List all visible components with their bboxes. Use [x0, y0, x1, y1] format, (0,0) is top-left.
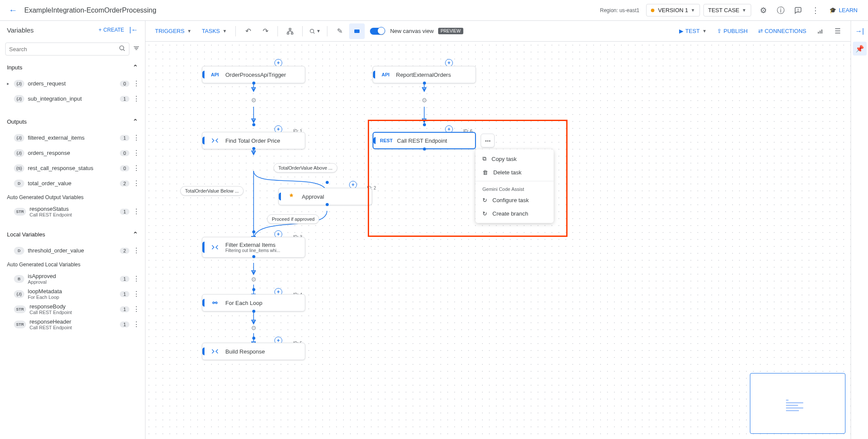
variable-row[interactable]: {J}orders_response0⋮ [0, 145, 145, 161]
gear-icon[interactable]: ⚙ [420, 96, 429, 105]
task-context-menu: ⧉Copy task 🗑Delete task Gemini Code Assi… [475, 149, 554, 223]
variable-row[interactable]: Dthreshold_order_value2⋮ [0, 243, 145, 258]
trigger-node[interactable]: API OrderProcessApiTrigger [202, 66, 305, 83]
task-node-loop[interactable]: For Each Loop [202, 294, 305, 311]
delete-task-menu-item[interactable]: 🗑Delete task [475, 166, 554, 179]
edge-label[interactable]: TotalOrderValue Above ... [274, 163, 337, 173]
copy-task-menu-item[interactable]: ⧉Copy task [475, 152, 554, 166]
edge-label[interactable]: Proceed if approved [267, 214, 319, 224]
back-button[interactable]: ← [5, 2, 21, 19]
edit-button[interactable]: ✎ [332, 23, 347, 39]
variable-row[interactable]: BisApprovedApproval1⋮ [0, 271, 145, 286]
variable-row[interactable]: STRresponseBodyCall REST Endpoint1⋮ [0, 301, 145, 317]
view-mode-button[interactable] [349, 23, 365, 39]
task-node-approval[interactable]: Approval [278, 188, 372, 205]
more-icon[interactable]: ⋮ [131, 303, 142, 315]
triggers-dropdown[interactable]: TRIGGERS▼ [151, 25, 196, 37]
publish-label: PUBLISH [723, 28, 748, 34]
more-icon[interactable]: ⋮ [131, 206, 142, 217]
list-icon[interactable]: ☰ [830, 23, 845, 39]
task-node-rest[interactable]: REST Call REST Endpoint [373, 132, 476, 149]
test-button[interactable]: ▶TEST▼ [675, 25, 711, 37]
more-menu-icon[interactable]: ⋮ [807, 2, 824, 19]
type-badge: STR [14, 305, 26, 313]
learn-button[interactable]: 🎓 LEARN [824, 7, 863, 13]
publish-button[interactable]: ⇧PUBLISH [713, 25, 752, 37]
connections-button[interactable]: ⇄CONNECTIONS [754, 25, 811, 37]
more-icon[interactable]: ⋮ [131, 177, 142, 189]
variable-row[interactable]: ▸ {J} orders_request 0 ⋮ [0, 76, 145, 91]
undo-button[interactable]: ↶ [240, 23, 256, 39]
local-section-header[interactable]: Local Variables ⌃ [0, 226, 145, 243]
collapse-sidebar-button[interactable]: |← [129, 26, 138, 34]
variable-name: threshold_order_value [28, 247, 120, 254]
search-icon[interactable] [119, 45, 125, 53]
analytics-icon[interactable] [812, 23, 828, 39]
count-badge: 1 [120, 291, 129, 297]
settings-icon[interactable]: ⚙ [755, 2, 772, 19]
more-icon[interactable]: ⋮ [131, 318, 142, 330]
node-more-button[interactable]: ⋯ [481, 134, 495, 147]
tasks-dropdown[interactable]: TASKS▼ [198, 25, 231, 37]
more-icon[interactable]: ⋮ [131, 273, 142, 285]
chevron-up-icon: ⌃ [132, 230, 138, 239]
more-icon[interactable]: ⋮ [131, 132, 142, 144]
variable-row[interactable]: {J}filtered_external_items1⋮ [0, 130, 145, 145]
caret-down-icon: ▼ [316, 29, 320, 33]
create-branch-menu-item[interactable]: ↻Create branch [475, 207, 554, 220]
gear-icon[interactable]: ⚙ [249, 324, 258, 332]
branch-icon: ↻ [482, 210, 487, 217]
trigger-node[interactable]: API ReportExternalOrders [373, 66, 476, 83]
zoom-dropdown[interactable]: ▼ [307, 23, 323, 39]
more-icon[interactable]: ⋮ [131, 78, 142, 89]
svg-rect-5 [287, 33, 289, 34]
variable-row[interactable]: Dtotal_order_value2⋮ [0, 176, 145, 191]
task-node[interactable]: Filter External ItemsFiltering out line_… [202, 237, 305, 258]
filter-icon[interactable] [133, 45, 140, 53]
variable-name: rest_call_response_status [28, 165, 120, 171]
variable-row[interactable]: STRresponseHeaderCall REST Endpoint1⋮ [0, 317, 145, 332]
minimap[interactable] [750, 373, 845, 434]
integration-canvas[interactable]: + API OrderProcessApiTrigger + API Repor… [145, 42, 851, 439]
pin-button[interactable]: 📌 [853, 42, 867, 56]
variable-row[interactable]: {S}rest_call_response_status0⋮ [0, 161, 145, 176]
edge-label[interactable]: TotalOrderValue Below ... [180, 186, 244, 196]
node-label: Approval [302, 193, 324, 200]
configure-task-menu-item[interactable]: ↻Configure task [475, 193, 554, 207]
feedback-icon[interactable] [789, 2, 807, 19]
expand-rail-button[interactable]: →| [853, 24, 867, 38]
create-variable-button[interactable]: + CREATE [99, 27, 124, 33]
variable-row[interactable]: {J} sub_integration_input 1 ⋮ [0, 91, 145, 106]
version-label: VERSION 1 [658, 7, 688, 13]
layout-button[interactable] [282, 23, 298, 39]
expand-icon[interactable]: ▸ [7, 81, 14, 86]
link-icon: ⇄ [758, 28, 763, 34]
gear-icon[interactable]: ⚙ [249, 96, 258, 105]
upload-icon: ⇧ [717, 28, 722, 34]
menu-label: Create branch [492, 210, 528, 217]
gear-icon[interactable]: ⚙ [249, 275, 258, 284]
more-icon[interactable]: ⋮ [131, 147, 142, 159]
more-icon[interactable]: ⋮ [131, 93, 142, 105]
loop-icon [209, 300, 221, 305]
integration-title: ExampleIntegration-EcomOrderProcessing [24, 7, 156, 14]
canvas-view-toggle[interactable] [370, 28, 385, 35]
version-selector[interactable]: VERSION 1 ▼ [646, 4, 700, 16]
info-icon[interactable]: ⓘ [772, 2, 789, 19]
test-case-selector[interactable]: TEST CASE ▼ [703, 4, 751, 16]
outputs-section-header[interactable]: Outputs ⌃ [0, 113, 145, 130]
more-icon[interactable]: ⋮ [131, 162, 142, 174]
svg-line-12 [314, 32, 315, 33]
inputs-section-header[interactable]: Inputs ⌃ [0, 59, 145, 76]
variable-name: responseBody [30, 303, 120, 310]
redo-button[interactable]: ↷ [257, 23, 273, 39]
svg-point-1 [798, 11, 798, 11]
variable-row[interactable]: {J}loopMetadataFor Each Loop1⋮ [0, 286, 145, 301]
search-input[interactable] [9, 46, 119, 52]
variable-row[interactable]: STRresponseStatusCall REST Endpoint1⋮ [0, 204, 145, 219]
task-node[interactable]: Build Response [202, 343, 305, 360]
more-icon[interactable]: ⋮ [131, 288, 142, 300]
task-node[interactable]: Find Total Order Price [202, 132, 305, 149]
variable-name: isApproved [28, 273, 120, 279]
more-icon[interactable]: ⋮ [131, 245, 142, 256]
